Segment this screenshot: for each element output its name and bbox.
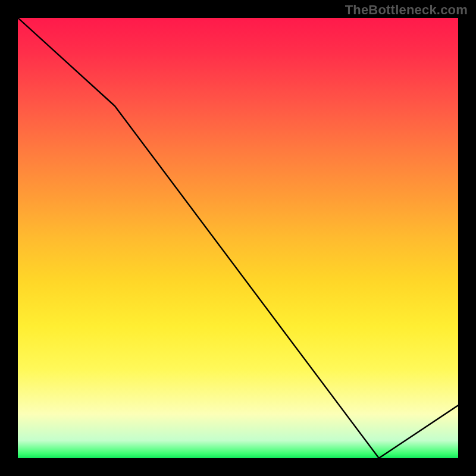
watermark-text: TheBottleneck.com [345, 2, 468, 18]
plot-area [18, 18, 458, 458]
series-line [18, 18, 458, 458]
chart-canvas: TheBottleneck.com [0, 0, 476, 476]
chart-line-svg [18, 18, 458, 458]
